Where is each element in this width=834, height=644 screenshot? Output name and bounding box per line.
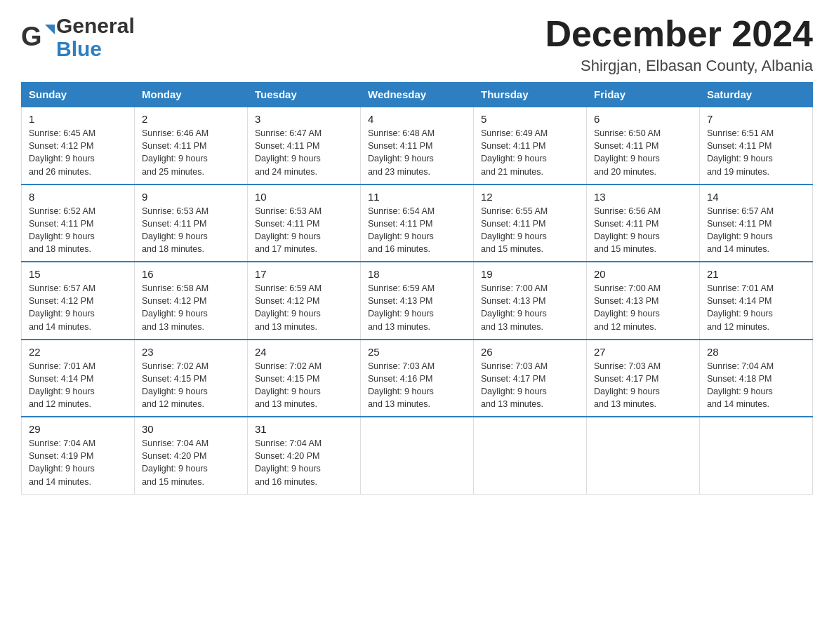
day-info: Sunrise: 6:46 AM Sunset: 4:11 PM Dayligh… [142,127,240,178]
day-info: Sunrise: 6:50 AM Sunset: 4:11 PM Dayligh… [594,127,692,178]
day-info: Sunrise: 6:57 AM Sunset: 4:11 PM Dayligh… [707,205,805,256]
day-info: Sunrise: 6:45 AM Sunset: 4:12 PM Dayligh… [29,127,127,178]
logo-icon: G [21,19,55,55]
calendar-cell: 21 Sunrise: 7:01 AM Sunset: 4:14 PM Dayl… [700,262,813,340]
weekday-header-sunday: Sunday [22,83,135,107]
day-number: 7 [707,113,805,125]
day-info: Sunrise: 7:00 AM Sunset: 4:13 PM Dayligh… [594,282,692,333]
day-info: Sunrise: 7:01 AM Sunset: 4:14 PM Dayligh… [29,360,127,411]
day-info: Sunrise: 6:52 AM Sunset: 4:11 PM Dayligh… [29,205,127,256]
day-number: 19 [481,268,579,280]
day-info: Sunrise: 6:51 AM Sunset: 4:11 PM Dayligh… [707,127,805,178]
title-section: December 2024 Shirgjan, Elbasan County, … [545,14,813,75]
page-header: G General Blue December 2024 Shirgjan, E… [21,14,813,75]
calendar-cell: 1 Sunrise: 6:45 AM Sunset: 4:12 PM Dayli… [22,107,135,185]
day-number: 8 [29,191,127,203]
day-number: 29 [29,423,127,435]
day-number: 16 [142,268,240,280]
day-info: Sunrise: 7:03 AM Sunset: 4:17 PM Dayligh… [481,360,579,411]
day-info: Sunrise: 7:02 AM Sunset: 4:15 PM Dayligh… [142,360,240,411]
calendar-cell: 17 Sunrise: 6:59 AM Sunset: 4:12 PM Dayl… [248,262,361,340]
day-info: Sunrise: 6:56 AM Sunset: 4:11 PM Dayligh… [594,205,692,256]
calendar-cell [361,417,474,494]
weekday-header-monday: Monday [135,83,248,107]
calendar-cell: 7 Sunrise: 6:51 AM Sunset: 4:11 PM Dayli… [700,107,813,185]
weekday-header-friday: Friday [587,83,700,107]
day-number: 13 [594,191,692,203]
day-number: 20 [594,268,692,280]
day-number: 21 [707,268,805,280]
day-number: 3 [255,113,353,125]
day-number: 5 [481,113,579,125]
calendar-cell: 25 Sunrise: 7:03 AM Sunset: 4:16 PM Dayl… [361,340,474,417]
day-number: 27 [594,346,692,358]
calendar-cell: 11 Sunrise: 6:54 AM Sunset: 4:11 PM Dayl… [361,185,474,262]
day-number: 10 [255,191,353,203]
calendar-title: December 2024 [545,14,813,54]
calendar-cell [474,417,587,494]
day-info: Sunrise: 7:04 AM Sunset: 4:18 PM Dayligh… [707,360,805,411]
day-number: 9 [142,191,240,203]
calendar-cell: 26 Sunrise: 7:03 AM Sunset: 4:17 PM Dayl… [474,340,587,417]
svg-text:G: G [21,22,42,51]
weekday-header-wednesday: Wednesday [361,83,474,107]
calendar-cell: 20 Sunrise: 7:00 AM Sunset: 4:13 PM Dayl… [587,262,700,340]
weekday-header-tuesday: Tuesday [248,83,361,107]
calendar-cell: 5 Sunrise: 6:49 AM Sunset: 4:11 PM Dayli… [474,107,587,185]
day-number: 23 [142,346,240,358]
day-info: Sunrise: 6:54 AM Sunset: 4:11 PM Dayligh… [368,205,466,256]
day-info: Sunrise: 6:49 AM Sunset: 4:11 PM Dayligh… [481,127,579,178]
calendar-cell: 28 Sunrise: 7:04 AM Sunset: 4:18 PM Dayl… [700,340,813,417]
day-info: Sunrise: 7:00 AM Sunset: 4:13 PM Dayligh… [481,282,579,333]
calendar-cell: 6 Sunrise: 6:50 AM Sunset: 4:11 PM Dayli… [587,107,700,185]
day-info: Sunrise: 6:47 AM Sunset: 4:11 PM Dayligh… [255,127,353,178]
day-info: Sunrise: 6:59 AM Sunset: 4:12 PM Dayligh… [255,282,353,333]
day-info: Sunrise: 7:03 AM Sunset: 4:16 PM Dayligh… [368,360,466,411]
day-info: Sunrise: 7:03 AM Sunset: 4:17 PM Dayligh… [594,360,692,411]
calendar-cell: 22 Sunrise: 7:01 AM Sunset: 4:14 PM Dayl… [22,340,135,417]
day-info: Sunrise: 6:55 AM Sunset: 4:11 PM Dayligh… [481,205,579,256]
day-number: 2 [142,113,240,125]
day-number: 31 [255,423,353,435]
calendar-cell: 18 Sunrise: 6:59 AM Sunset: 4:13 PM Dayl… [361,262,474,340]
day-number: 11 [368,191,466,203]
calendar-cell: 29 Sunrise: 7:04 AM Sunset: 4:19 PM Dayl… [22,417,135,494]
calendar-cell: 31 Sunrise: 7:04 AM Sunset: 4:20 PM Dayl… [248,417,361,494]
day-number: 4 [368,113,466,125]
calendar-cell: 15 Sunrise: 6:57 AM Sunset: 4:12 PM Dayl… [22,262,135,340]
day-number: 12 [481,191,579,203]
day-info: Sunrise: 6:48 AM Sunset: 4:11 PM Dayligh… [368,127,466,178]
calendar-cell: 14 Sunrise: 6:57 AM Sunset: 4:11 PM Dayl… [700,185,813,262]
day-number: 26 [481,346,579,358]
day-info: Sunrise: 6:53 AM Sunset: 4:11 PM Dayligh… [142,205,240,256]
calendar-cell: 3 Sunrise: 6:47 AM Sunset: 4:11 PM Dayli… [248,107,361,185]
day-info: Sunrise: 7:04 AM Sunset: 4:20 PM Dayligh… [255,437,353,488]
calendar-cell: 30 Sunrise: 7:04 AM Sunset: 4:20 PM Dayl… [135,417,248,494]
calendar-cell [700,417,813,494]
day-number: 30 [142,423,240,435]
calendar-cell: 16 Sunrise: 6:58 AM Sunset: 4:12 PM Dayl… [135,262,248,340]
day-number: 1 [29,113,127,125]
calendar-subtitle: Shirgjan, Elbasan County, Albania [545,57,813,75]
day-number: 22 [29,346,127,358]
calendar-cell [587,417,700,494]
day-info: Sunrise: 7:04 AM Sunset: 4:19 PM Dayligh… [29,437,127,488]
day-number: 6 [594,113,692,125]
calendar-cell: 10 Sunrise: 6:53 AM Sunset: 4:11 PM Dayl… [248,185,361,262]
day-number: 15 [29,268,127,280]
day-info: Sunrise: 6:58 AM Sunset: 4:12 PM Dayligh… [142,282,240,333]
calendar-cell: 24 Sunrise: 7:02 AM Sunset: 4:15 PM Dayl… [248,340,361,417]
calendar-cell: 8 Sunrise: 6:52 AM Sunset: 4:11 PM Dayli… [22,185,135,262]
svg-marker-1 [45,25,55,34]
day-info: Sunrise: 6:57 AM Sunset: 4:12 PM Dayligh… [29,282,127,333]
calendar-cell: 19 Sunrise: 7:00 AM Sunset: 4:13 PM Dayl… [474,262,587,340]
calendar-cell: 27 Sunrise: 7:03 AM Sunset: 4:17 PM Dayl… [587,340,700,417]
day-number: 28 [707,346,805,358]
day-number: 25 [368,346,466,358]
logo: G General Blue [21,14,135,60]
calendar-cell: 9 Sunrise: 6:53 AM Sunset: 4:11 PM Dayli… [135,185,248,262]
weekday-header-saturday: Saturday [700,83,813,107]
logo-general: General [56,14,135,37]
day-info: Sunrise: 7:04 AM Sunset: 4:20 PM Dayligh… [142,437,240,488]
day-number: 17 [255,268,353,280]
